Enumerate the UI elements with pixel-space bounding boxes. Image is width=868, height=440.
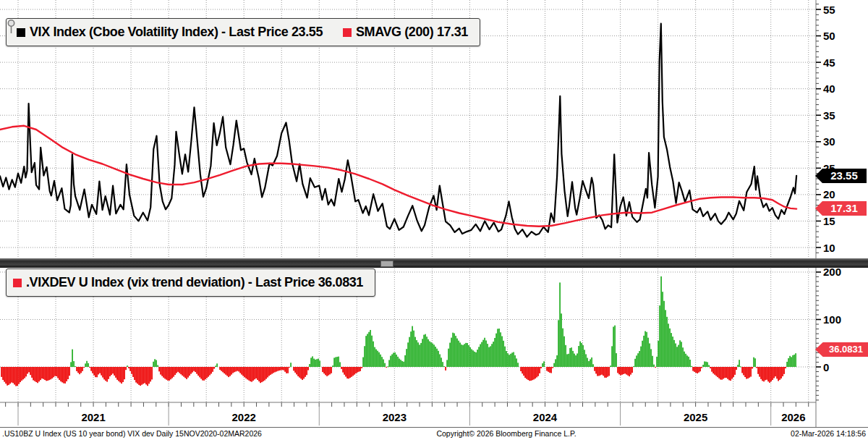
x-axis-year-label: 2021 xyxy=(81,411,105,423)
y-axis-tick-label: 45 xyxy=(823,56,835,69)
chart-canvas[interactable]: 1015202530354045505501002002021202220232… xyxy=(0,0,868,440)
x-axis-year-label: 2023 xyxy=(383,411,407,423)
y-axis-tick-label: 20 xyxy=(823,188,835,200)
vixdev-last-price-tag: 36.0831 xyxy=(815,342,868,357)
x-axis-year-label: 2025 xyxy=(684,411,707,423)
vix-series-swatch xyxy=(17,28,25,37)
x-axis-year-label: 2024 xyxy=(533,411,558,423)
bloomberg-vix-chart: 1015202530354045505501002002021202220232… xyxy=(0,0,868,440)
vix-last-price-tag: 23.55 xyxy=(815,169,867,183)
smavg-last-price-tag: 17.31 xyxy=(815,201,867,216)
y-axis-tick-label: 200 xyxy=(823,266,841,278)
vixdev-legend-label: .VIXDEV U Index (vix trend deviation) - … xyxy=(26,275,363,290)
price-lines xyxy=(0,24,796,237)
footer-security-info: .US10BZ U Index (US 10 year bond) VIX de… xyxy=(2,429,262,438)
panel-divider[interactable] xyxy=(0,258,868,268)
y-axis-tick-label: 15 xyxy=(823,215,835,227)
smavg-legend-label: SMAVG (200) 17.31 xyxy=(356,25,468,40)
x-axis-year-label: 2026 xyxy=(781,411,805,423)
footer-timestamp: 02-Mar-2026 14:18:56 xyxy=(791,429,866,438)
y-axis-tick-label: 35 xyxy=(823,109,835,122)
y-axis-tick-label: 10 xyxy=(823,242,835,254)
y-axis-tick-label: 0 xyxy=(823,361,829,373)
chart-footer: .US10BZ U Index (US 10 year bond) VIX de… xyxy=(0,428,868,440)
y-axis-tick-label: 40 xyxy=(823,82,835,95)
vix-legend-label: VIX Index (Cboe Volatility Index) - Last… xyxy=(30,25,323,40)
smavg-series-swatch xyxy=(343,28,352,37)
x-axis-year-label: 2022 xyxy=(232,411,256,423)
legend-top-panel[interactable]: VIX Index (Cboe Volatility Index) - Last… xyxy=(6,18,480,46)
divider-drag-handle[interactable] xyxy=(380,261,393,267)
y-axis-tick-label: 30 xyxy=(823,135,835,148)
y-axis-tick-label: 50 xyxy=(823,30,835,42)
vixdev-series-swatch xyxy=(13,279,22,287)
y-axis-tick-label: 55 xyxy=(823,4,835,16)
smavg-line xyxy=(0,126,796,227)
y-axis-tick-label: 100 xyxy=(823,313,841,326)
legend-bottom-panel[interactable]: .VIXDEV U Index (vix trend deviation) - … xyxy=(6,268,375,297)
footer-copyright: Copyright© 2026 Bloomberg Finance L.P. xyxy=(436,429,576,438)
